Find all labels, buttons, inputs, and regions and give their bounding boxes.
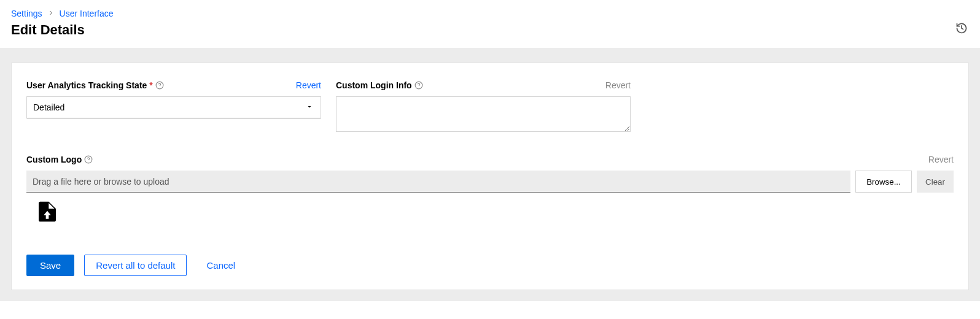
tracking-state-label: User Analytics Tracking State: [26, 80, 147, 90]
clear-button: Clear: [917, 171, 954, 193]
browse-button[interactable]: Browse...: [855, 171, 912, 193]
save-button[interactable]: Save: [26, 255, 74, 276]
tracking-state-select[interactable]: Detailed: [26, 96, 321, 118]
breadcrumb: Settings User Interface: [11, 9, 969, 18]
dropzone-placeholder: Drag a file here or browse to upload: [33, 177, 169, 186]
custom-logo-label: Custom Logo: [26, 155, 82, 164]
tracking-state-value: Detailed: [33, 102, 64, 112]
history-icon[interactable]: [955, 22, 968, 36]
chevron-right-icon: [47, 9, 55, 18]
cancel-button[interactable]: Cancel: [206, 260, 235, 271]
logo-dropzone[interactable]: Drag a file here or browse to upload: [26, 171, 850, 193]
help-icon[interactable]: [155, 81, 164, 90]
revert-all-button[interactable]: Revert all to default: [84, 255, 187, 276]
revert-logo-button: Revert: [928, 155, 954, 164]
required-indicator: *: [149, 80, 152, 90]
help-icon[interactable]: [84, 155, 93, 164]
login-info-textarea[interactable]: [336, 96, 631, 132]
login-info-label: Custom Login Info: [336, 80, 412, 90]
breadcrumb-settings[interactable]: Settings: [11, 9, 42, 18]
revert-tracking-button[interactable]: Revert: [296, 80, 321, 90]
settings-panel: User Analytics Tracking State * Revert D…: [11, 63, 969, 290]
help-icon[interactable]: [414, 81, 423, 90]
breadcrumb-user-interface[interactable]: User Interface: [60, 9, 114, 18]
caret-down-icon: [306, 102, 313, 112]
file-upload-icon[interactable]: [39, 201, 954, 224]
page-title: Edit Details: [11, 22, 969, 38]
revert-login-info-button: Revert: [605, 80, 631, 90]
